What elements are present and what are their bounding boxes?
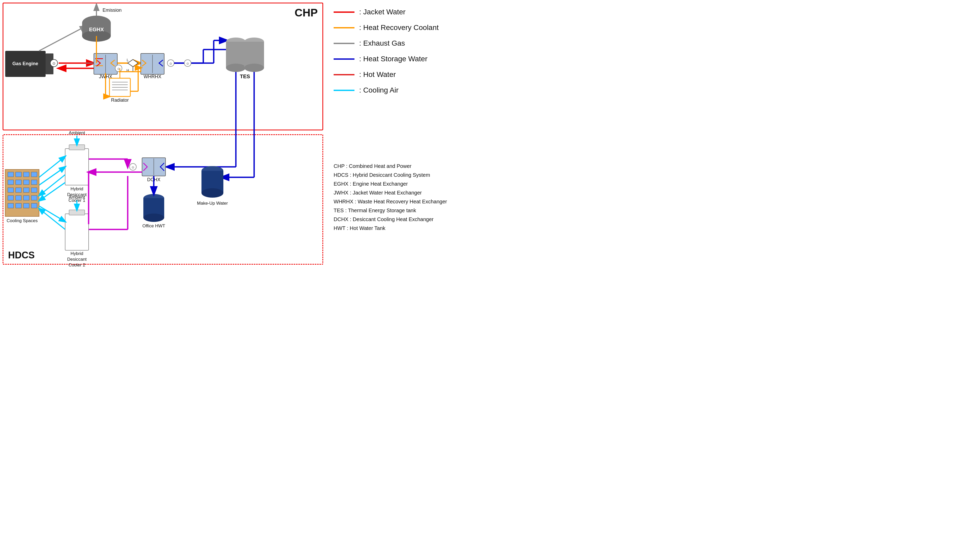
radiator-label: Radiator (111, 97, 129, 103)
cooler2-label-3: Cooler 2 (68, 263, 85, 267)
hwt-label: Office HWT (142, 223, 165, 228)
win5 (8, 180, 14, 185)
tes1-bottom (226, 64, 246, 72)
ambient1-label: Ambient (69, 130, 85, 135)
cooler2-label-2: Desiccant (67, 257, 87, 262)
win13 (8, 196, 14, 200)
whrhx-label: WHRHX (143, 74, 161, 79)
win11 (24, 188, 29, 193)
main-container: CHP HDCS : Jacket Water : Heat Recovery … (0, 0, 490, 270)
system-diagram: Gas Engine ⊙ JWHX ⊙ EGHX (0, 0, 490, 270)
win17 (8, 204, 14, 208)
cooler2-cap (69, 210, 85, 215)
ambient2-label: Ambient (69, 195, 85, 200)
win18 (16, 204, 21, 208)
win3 (24, 172, 29, 177)
cooler2-box (65, 214, 89, 250)
emission-label: Emission (102, 8, 121, 13)
win4 (31, 172, 37, 177)
win2 (16, 172, 21, 177)
eghx-label: EGHX (89, 27, 104, 32)
win10 (16, 188, 21, 193)
win1 (8, 172, 14, 177)
hwt-bottom (143, 213, 164, 222)
win19 (24, 204, 29, 208)
win7 (24, 180, 29, 185)
cooling-spaces-label: Cooling Spaces (6, 218, 38, 223)
win12 (31, 188, 37, 193)
win16 (31, 196, 37, 200)
makeup-label: Make-Up Water (197, 201, 228, 206)
exhaust-line-1 (39, 26, 86, 51)
makeup-bottom (202, 188, 223, 197)
tes-label: TES (240, 73, 250, 79)
cyan-to-cooler1-1 (39, 156, 65, 177)
dchx-pump-icon: ⊙ (132, 165, 134, 169)
win9 (8, 188, 14, 193)
cooler1-box (65, 149, 89, 185)
valve-l-label: L (127, 58, 129, 62)
whrhx-pump-icon: ⊙ (169, 62, 172, 65)
win15 (24, 196, 29, 200)
valve-symbol (128, 59, 138, 67)
win14 (16, 196, 21, 200)
cooler2-label-1: Hybrid (70, 251, 83, 256)
cooler1-label-1: Hybrid (70, 186, 83, 191)
gas-engine-label: Gas Engine (12, 61, 38, 66)
tes2-bottom (244, 64, 264, 72)
cyan-to-cooler1-2 (39, 167, 65, 185)
win8 (31, 180, 37, 185)
win6 (16, 180, 21, 185)
blue-return-pump-icon: ⊙ (186, 62, 189, 65)
cooler1-cap (69, 145, 85, 150)
engine-pump-icon: ⊙ (52, 61, 56, 65)
win20 (31, 204, 37, 208)
